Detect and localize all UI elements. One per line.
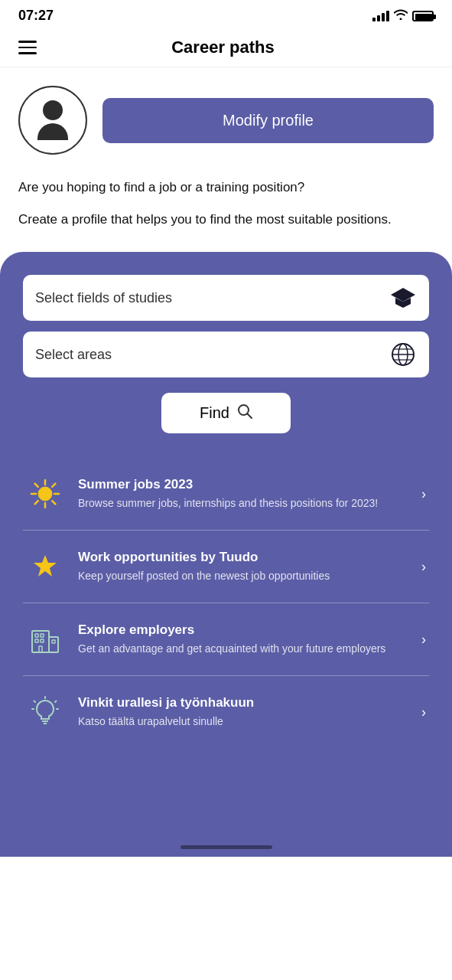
- star-icon: [26, 547, 64, 586]
- battery-icon: [412, 11, 434, 21]
- search-icon: [237, 403, 252, 423]
- svg-rect-21: [35, 634, 38, 637]
- svg-line-17: [35, 501, 38, 504]
- summer-jobs-subtitle: Browse summer jobs, internships and thes…: [78, 496, 408, 511]
- work-opportunities-subtitle: Keep yourself posted on the newest job o…: [78, 569, 408, 584]
- hamburger-menu-button[interactable]: [15, 38, 40, 57]
- summer-jobs-content: Summer jobs 2023 Browse summer jobs, int…: [78, 477, 408, 511]
- svg-rect-23: [35, 639, 38, 642]
- list-item-work-opportunities[interactable]: Work opportunities by Tuudo Keep yoursel…: [23, 531, 429, 603]
- wifi-icon: [394, 9, 408, 23]
- work-opportunities-content: Work opportunities by Tuudo Keep yoursel…: [78, 550, 408, 584]
- find-button-label: Find: [200, 404, 229, 422]
- header: Career paths: [0, 28, 452, 67]
- svg-line-16: [52, 484, 55, 487]
- home-indicator: [180, 845, 272, 849]
- modify-profile-button[interactable]: Modify profile: [102, 98, 434, 143]
- work-opportunities-title: Work opportunities by Tuudo: [78, 550, 408, 565]
- list-items: Summer jobs 2023 Browse summer jobs, int…: [23, 458, 429, 748]
- status-time: 07:27: [18, 8, 54, 24]
- page-title: Career paths: [40, 38, 406, 57]
- vinkit-content: Vinkit urallesi ja työnhakuun Katso tääl…: [78, 695, 408, 730]
- graduation-cap-icon: [389, 284, 417, 312]
- svg-line-8: [247, 414, 252, 419]
- globe-icon: [389, 341, 417, 368]
- svg-rect-26: [39, 646, 42, 652]
- svg-rect-24: [41, 639, 44, 642]
- description-line1: Are you hoping to find a job or a traini…: [18, 178, 434, 198]
- list-item-vinkit[interactable]: Vinkit urallesi ja työnhakuun Katso tääl…: [23, 676, 429, 748]
- description-section: Are you hoping to find a job or a traini…: [0, 170, 452, 252]
- list-item-explore-employers[interactable]: Explore employers Get an advantage and g…: [23, 603, 429, 676]
- svg-rect-20: [49, 637, 58, 652]
- status-bar: 07:27: [0, 0, 452, 28]
- svg-line-15: [52, 501, 55, 504]
- lightbulb-icon: [26, 693, 64, 731]
- fields-placeholder: Select fields of studies: [35, 290, 389, 306]
- work-opportunities-chevron: ›: [421, 559, 426, 575]
- building-icon: [26, 620, 64, 658]
- explore-employers-chevron: ›: [421, 632, 426, 648]
- svg-marker-0: [391, 288, 415, 302]
- search-inputs: Select fields of studies Select areas: [23, 275, 429, 377]
- svg-rect-22: [41, 634, 44, 637]
- explore-employers-subtitle: Get an advantage and get acquainted with…: [78, 642, 408, 657]
- status-icons: [372, 9, 434, 23]
- areas-input[interactable]: Select areas: [23, 332, 429, 377]
- find-button-container: Find: [23, 393, 429, 433]
- avatar-body: [37, 123, 68, 140]
- svg-marker-18: [34, 555, 57, 577]
- vinkit-chevron: ›: [421, 704, 426, 720]
- fields-of-studies-input[interactable]: Select fields of studies: [23, 275, 429, 321]
- blue-section: Select fields of studies Select areas: [0, 252, 452, 826]
- svg-rect-25: [52, 640, 55, 643]
- avatar-head: [43, 100, 63, 120]
- sun-icon: [26, 475, 64, 513]
- svg-line-32: [55, 701, 57, 703]
- explore-employers-content: Explore employers Get an advantage and g…: [78, 622, 408, 657]
- find-button[interactable]: Find: [161, 393, 291, 433]
- svg-point-9: [38, 487, 52, 501]
- svg-line-31: [34, 701, 36, 703]
- avatar: [18, 86, 87, 155]
- summer-jobs-title: Summer jobs 2023: [78, 477, 408, 492]
- bottom-indicator: [0, 826, 452, 857]
- list-item-summer-jobs[interactable]: Summer jobs 2023 Browse summer jobs, int…: [23, 458, 429, 531]
- areas-placeholder: Select areas: [35, 347, 389, 363]
- summer-jobs-chevron: ›: [421, 486, 426, 502]
- explore-employers-title: Explore employers: [78, 622, 408, 638]
- signal-icon: [372, 11, 389, 21]
- vinkit-subtitle: Katso täältä urapalvelut sinulle: [78, 714, 408, 730]
- vinkit-title: Vinkit urallesi ja työnhakuun: [78, 695, 408, 710]
- svg-line-14: [35, 484, 38, 487]
- description-line2: Create a profile that helps you to find …: [18, 210, 434, 230]
- profile-section: Modify profile: [0, 67, 452, 170]
